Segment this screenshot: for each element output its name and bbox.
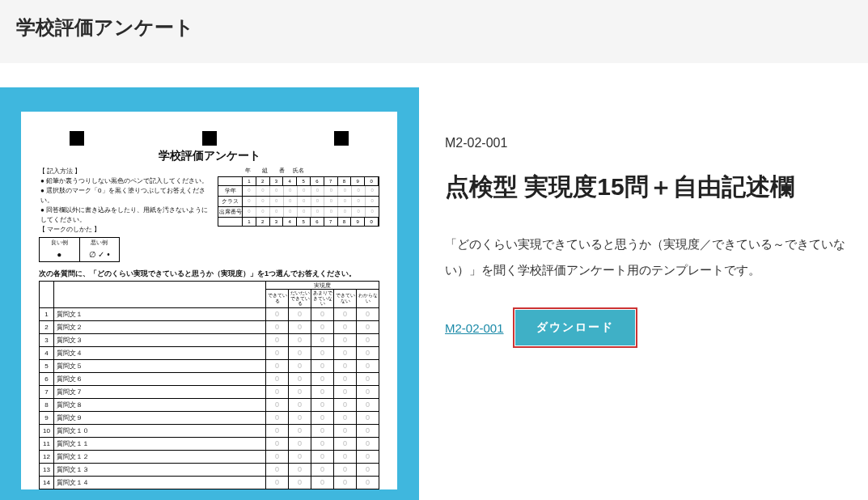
answer-bubble: 0	[289, 437, 311, 450]
id-term-label: 組	[262, 167, 268, 175]
question-text: 質問文２	[54, 320, 266, 333]
question-number: 4	[40, 346, 54, 359]
question-row: 12質問文１２00000	[40, 450, 379, 463]
answer-bubble: 0	[357, 450, 379, 463]
answer-bubble: 0	[289, 372, 311, 385]
answer-bubble: 0	[266, 463, 289, 476]
download-row: M2-02-001 ダウンロード	[445, 310, 852, 345]
question-number: 14	[40, 476, 54, 489]
answer-bubble: 0	[311, 346, 334, 359]
instruction-item: 選択肢のマーク「0」を黒く塗りつぶしてお答えください。	[40, 186, 210, 206]
answer-bubble: 0	[289, 398, 311, 411]
id-grid-row: 出席番号 0000000000	[218, 207, 379, 218]
answer-bubble: 0	[289, 463, 311, 476]
sheet-title: 学校評価アンケート	[39, 149, 379, 163]
answer-bubble: 0	[289, 359, 311, 372]
question-text: 質問文３	[54, 333, 266, 346]
answer-bubble: 0	[334, 411, 357, 424]
answer-bubble: 0	[334, 385, 357, 398]
question-number: 13	[40, 463, 54, 476]
answer-bubble: 0	[289, 476, 311, 489]
answer-bubble: 0	[311, 320, 334, 333]
answer-bubble: 0	[357, 333, 379, 346]
answer-bubble: 0	[289, 333, 311, 346]
sheet-top-section: 【 記入方法 】 鉛筆か裏うつりしない黒色のペンで記入してください。 選択肢のマ…	[39, 167, 379, 262]
answer-bubble: 0	[334, 463, 357, 476]
answer-bubble: 0	[311, 437, 334, 450]
question-number: 5	[40, 359, 54, 372]
answer-bubble: 0	[266, 385, 289, 398]
answer-bubble: 0	[289, 450, 311, 463]
template-description: 「どのくらい実現できていると思うか（実現度／できている～できていない）」を聞く学…	[445, 231, 852, 282]
instruction-item: 鉛筆か裏うつりしない黒色のペンで記入してください。	[40, 176, 210, 186]
scale-col: あまりできていない	[311, 290, 334, 308]
question-row: 7質問文７00000	[40, 385, 379, 398]
answer-bubble: 0	[266, 437, 289, 450]
question-number: 10	[40, 424, 54, 437]
instructions-head: 【 記入方法 】	[39, 167, 210, 176]
id-grid-row: 学年 0000000000	[218, 186, 379, 197]
question-number: 1	[40, 307, 54, 320]
template-code-link[interactable]: M2-02-001	[445, 321, 504, 335]
answer-bubble: 0	[357, 437, 379, 450]
question-number: 7	[40, 385, 54, 398]
scale-col: できている	[266, 290, 289, 308]
question-text: 質問文６	[54, 372, 266, 385]
scale-col: わからない	[357, 290, 379, 308]
mark-example-box: 良い例 悪い例 ● ∅ ✓ •	[39, 237, 120, 262]
answer-bubble: 0	[289, 411, 311, 424]
answer-bubble: 0	[311, 385, 334, 398]
answer-bubble: 0	[311, 333, 334, 346]
answer-bubble: 0	[266, 424, 289, 437]
mark-instructions-head: 【 マークのしかた 】	[39, 225, 210, 235]
answer-bubble: 0	[334, 307, 357, 320]
question-row: 4質問文４00000	[40, 346, 379, 359]
scale-header: 実現度	[266, 281, 379, 290]
question-row: 14質問文１４00000	[40, 476, 379, 489]
answer-bubble: 0	[334, 346, 357, 359]
answer-bubble: 0	[266, 450, 289, 463]
question-row: 1質問文１00000	[40, 307, 379, 320]
question-row: 6質問文６00000	[40, 372, 379, 385]
question-table: 実現度 できている だいたいできている あまりできていない できていない わから…	[39, 281, 379, 489]
page-header: 学校評価アンケート	[0, 0, 868, 63]
answer-bubble: 0	[266, 372, 289, 385]
question-row: 9質問文９00000	[40, 411, 379, 424]
id-name-label: 氏名	[293, 167, 304, 175]
answer-bubble: 0	[311, 450, 334, 463]
id-header: 年 組 番 氏名	[218, 167, 379, 175]
question-instruction: 次の各質問に、「どのくらい実現できていると思うか（実現度）」を1つ選んでお答えく…	[39, 269, 379, 279]
answer-bubble: 0	[357, 476, 379, 489]
download-button[interactable]: ダウンロード	[515, 310, 635, 345]
answer-bubble: 0	[357, 372, 379, 385]
template-title: 点検型 実現度15問＋自由記述欄	[445, 165, 852, 209]
question-row: 10質問文１０00000	[40, 424, 379, 437]
question-row: 13質問文１３00000	[40, 463, 379, 476]
answer-bubble: 0	[311, 372, 334, 385]
answer-bubble: 0	[266, 320, 289, 333]
answer-bubble: 0	[357, 346, 379, 359]
id-grid: 1234567890 学年 0000000000 クラス 0000000000	[218, 176, 379, 227]
scale-col: できていない	[334, 290, 357, 308]
question-number: 6	[40, 372, 54, 385]
answer-bubble: 0	[334, 398, 357, 411]
id-grid-head: 1234567890	[218, 177, 379, 186]
answer-bubble: 0	[334, 450, 357, 463]
mark-good-label: 良い例	[40, 238, 80, 248]
answer-bubble: 0	[311, 307, 334, 320]
answer-bubble: 0	[311, 359, 334, 372]
answer-bubble: 0	[334, 424, 357, 437]
question-row: 8質問文８00000	[40, 398, 379, 411]
instructions: 【 記入方法 】 鉛筆か裏うつりしない黒色のペンで記入してください。 選択肢のマ…	[39, 167, 210, 262]
id-year-label: 年	[245, 167, 251, 175]
answer-bubble: 0	[266, 398, 289, 411]
question-number: 3	[40, 333, 54, 346]
question-text: 質問文８	[54, 398, 266, 411]
question-number: 12	[40, 450, 54, 463]
answer-bubble: 0	[289, 424, 311, 437]
question-text: 質問文１	[54, 307, 266, 320]
question-number: 2	[40, 320, 54, 333]
punch-mark-icon	[70, 131, 84, 146]
question-text: 質問文１４	[54, 476, 266, 489]
answer-bubble: 0	[357, 385, 379, 398]
